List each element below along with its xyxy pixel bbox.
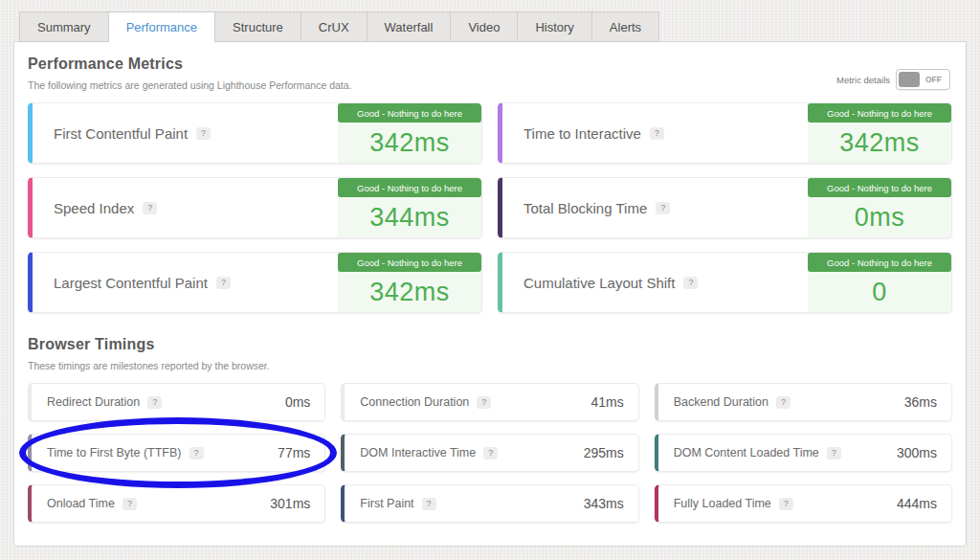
- metric-value-box: Good - Nothing to do here 0: [808, 253, 951, 312]
- help-icon[interactable]: ?: [422, 498, 436, 510]
- metric-details-control: Metric details OFF: [836, 69, 950, 90]
- browser-timings-title: Browser Timings: [28, 336, 952, 353]
- metric-value-box: Good - Nothing to do here 0ms: [808, 178, 951, 237]
- metric-details-label: Metric details: [836, 75, 890, 85]
- tab-waterfall[interactable]: Waterfall: [367, 11, 451, 42]
- metric-value: 0ms: [808, 197, 951, 237]
- metric-value-box: Good - Nothing to do here 342ms: [808, 103, 951, 163]
- timings-grid: Redirect Duration? 0ms Connection Durati…: [28, 383, 952, 523]
- timing-label: Fully Loaded Time: [674, 497, 771, 510]
- help-icon[interactable]: ?: [683, 277, 698, 289]
- metric-status-badge: Good - Nothing to do here: [338, 103, 481, 123]
- timing-label: DOM Content Loaded Time: [674, 446, 819, 459]
- timing-card-backend-duration: Backend Duration? 36ms: [655, 383, 952, 421]
- timing-label: Connection Duration: [360, 395, 469, 409]
- toggle-knob-icon: [899, 72, 920, 87]
- metric-status-badge: Good - Nothing to do here: [808, 103, 951, 123]
- main-panel: Performance Metrics The following metric…: [13, 41, 967, 547]
- help-icon[interactable]: ?: [483, 447, 498, 459]
- metric-value: 344ms: [338, 197, 481, 237]
- metric-status-badge: Good - Nothing to do here: [808, 178, 951, 197]
- timing-card-time-to-first-byte: Time to First Byte (TTFB)? 77ms: [28, 434, 325, 472]
- help-icon[interactable]: ?: [143, 202, 157, 214]
- help-icon[interactable]: ?: [827, 447, 841, 459]
- help-icon[interactable]: ?: [216, 277, 231, 289]
- metric-card-first-contentful-paint: First Contentful Paint? Good - Nothing t…: [28, 102, 482, 164]
- timing-value: 444ms: [897, 496, 937, 511]
- metric-status-badge: Good - Nothing to do here: [808, 253, 951, 272]
- timing-label: First Paint: [360, 497, 413, 510]
- metric-value: 0: [808, 272, 951, 312]
- help-icon[interactable]: ?: [477, 396, 491, 409]
- timing-value: 0ms: [285, 394, 310, 410]
- timing-card-first-paint: First Paint? 343ms: [341, 484, 638, 523]
- metric-card-largest-contentful-paint: Largest Contentful Paint? Good - Nothing…: [28, 252, 482, 313]
- metric-label: Largest Contentful Paint: [54, 275, 208, 291]
- timing-value: 300ms: [897, 445, 937, 460]
- metrics-grid: First Contentful Paint? Good - Nothing t…: [28, 102, 952, 313]
- metric-value: 342ms: [338, 272, 481, 312]
- tab-video[interactable]: Video: [450, 11, 517, 42]
- metric-label: Time to Interactive: [523, 125, 641, 142]
- metric-value-box: Good - Nothing to do here 342ms: [338, 253, 481, 312]
- timing-card-fully-loaded-time: Fully Loaded Time? 444ms: [655, 484, 952, 523]
- help-icon[interactable]: ?: [196, 127, 211, 140]
- performance-metrics-title: Performance Metrics: [28, 56, 952, 73]
- tab-structure[interactable]: Structure: [214, 11, 301, 42]
- help-icon[interactable]: ?: [779, 498, 793, 510]
- timing-label: Time to First Byte (TTFB): [47, 446, 182, 459]
- tab-performance[interactable]: Performance: [108, 11, 214, 42]
- help-icon[interactable]: ?: [189, 447, 204, 459]
- timing-card-dom-interactive-time: DOM Interactive Time? 295ms: [341, 434, 638, 472]
- metric-card-cumulative-layout-shift: Cumulative Layout Shift? Good - Nothing …: [498, 252, 952, 313]
- metric-status-badge: Good - Nothing to do here: [338, 178, 481, 197]
- timing-label: Backend Duration: [674, 395, 768, 409]
- metric-card-time-to-interactive: Time to Interactive? Good - Nothing to d…: [498, 102, 952, 164]
- timing-value: 343ms: [584, 496, 624, 511]
- tab-crux[interactable]: CrUX: [301, 11, 367, 42]
- metric-status-badge: Good - Nothing to do here: [338, 253, 481, 272]
- metric-label: Speed Index: [54, 200, 134, 216]
- timing-label: DOM Interactive Time: [360, 446, 476, 459]
- metric-label: First Contentful Paint: [54, 125, 188, 142]
- performance-metrics-subtitle: The following metrics are generated usin…: [28, 79, 952, 91]
- timing-card-redirect-duration: Redirect Duration? 0ms: [28, 383, 325, 421]
- help-icon[interactable]: ?: [122, 498, 137, 510]
- help-icon[interactable]: ?: [776, 396, 791, 409]
- metric-value: 342ms: [808, 123, 951, 163]
- browser-timings-subtitle: These timings are milestones reported by…: [28, 360, 952, 371]
- timing-value: 77ms: [278, 445, 310, 460]
- timing-value: 41ms: [590, 394, 623, 410]
- performance-metrics-header: Performance Metrics The following metric…: [28, 56, 952, 91]
- browser-timings-section: Browser Timings These timings are milest…: [28, 336, 952, 523]
- metric-value-box: Good - Nothing to do here 342ms: [338, 103, 481, 163]
- help-icon[interactable]: ?: [147, 396, 162, 409]
- timing-label: Onload Time: [47, 497, 115, 510]
- help-icon[interactable]: ?: [650, 127, 664, 140]
- timing-value: 301ms: [270, 496, 310, 511]
- metric-label: Cumulative Layout Shift: [523, 275, 675, 291]
- timing-card-dom-content-loaded-time: DOM Content Loaded Time? 300ms: [655, 434, 952, 472]
- help-icon[interactable]: ?: [656, 202, 670, 214]
- metric-card-speed-index: Speed Index? Good - Nothing to do here 3…: [28, 177, 482, 238]
- timing-value: 36ms: [904, 394, 937, 410]
- tab-bar: Summary Performance Structure CrUX Water…: [0, 0, 980, 41]
- tab-alerts[interactable]: Alerts: [591, 11, 659, 42]
- metric-value-box: Good - Nothing to do here 344ms: [338, 178, 481, 237]
- timing-card-onload-time: Onload Time? 301ms: [28, 484, 325, 523]
- timing-value: 295ms: [584, 445, 624, 460]
- timing-card-connection-duration: Connection Duration? 41ms: [341, 383, 638, 421]
- metric-card-total-blocking-time: Total Blocking Time? Good - Nothing to d…: [498, 177, 952, 238]
- metric-details-toggle[interactable]: OFF: [896, 69, 950, 90]
- timing-label: Redirect Duration: [47, 395, 140, 409]
- metric-label: Total Blocking Time: [523, 200, 647, 216]
- tab-history[interactable]: History: [517, 11, 590, 42]
- metric-value: 342ms: [338, 123, 481, 163]
- toggle-state-label: OFF: [920, 75, 947, 84]
- tab-summary[interactable]: Summary: [19, 11, 108, 42]
